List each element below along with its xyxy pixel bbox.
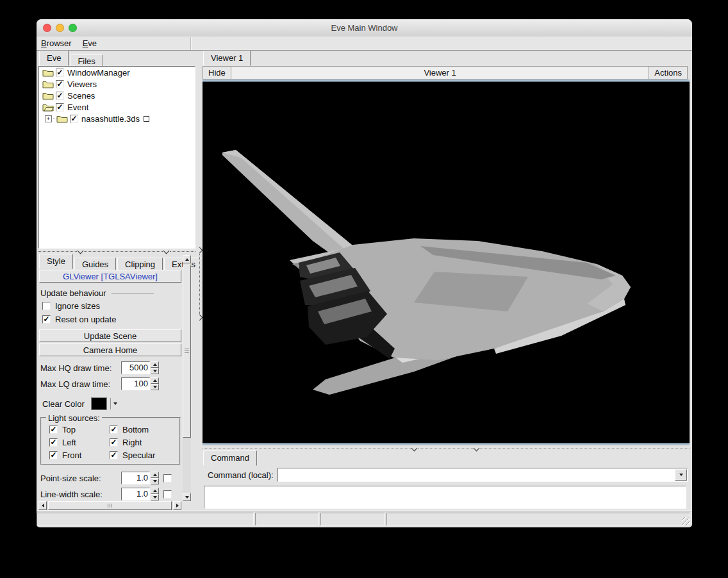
scrollbar-thumb[interactable] bbox=[48, 501, 172, 510]
clear-color-swatch[interactable] bbox=[91, 397, 107, 410]
spinner-arrows bbox=[151, 488, 159, 500]
tree-item-label: Scenes bbox=[67, 91, 95, 101]
chevron-down-icon bbox=[163, 247, 170, 254]
checkbox[interactable]: ✓ bbox=[70, 115, 78, 123]
spin-up-icon[interactable] bbox=[151, 361, 159, 368]
spin-down-icon[interactable] bbox=[151, 494, 159, 500]
style-panel-horizontal-scrollbar[interactable] bbox=[38, 501, 181, 510]
folder-icon bbox=[42, 92, 54, 100]
menu-eve[interactable]: Eve bbox=[78, 37, 103, 51]
spinner-value[interactable]: 1.0 bbox=[121, 488, 150, 500]
expand-plus-icon[interactable]: + bbox=[45, 115, 52, 122]
light-left[interactable]: ✓Left bbox=[49, 438, 110, 447]
style-tab-strip: StyleGuidesClippingExtras bbox=[39, 255, 204, 269]
chevron-right-icon bbox=[197, 247, 203, 254]
tree-item-scenes[interactable]: ✓Scenes bbox=[39, 90, 195, 101]
light-bottom[interactable]: ✓Bottom bbox=[110, 425, 177, 434]
spinner-value[interactable]: 5000 bbox=[121, 361, 150, 374]
checkbox[interactable] bbox=[163, 490, 172, 499]
scroll-right-icon[interactable] bbox=[173, 501, 181, 510]
viewport-bottom-frame bbox=[203, 443, 690, 445]
tab-viewer-1[interactable]: Viewer 1 bbox=[203, 51, 251, 66]
checkbox-label: Front bbox=[62, 450, 81, 460]
tree-item-label: Viewers bbox=[67, 79, 97, 89]
checkbox[interactable]: ✓ bbox=[56, 69, 64, 77]
spin-up-icon[interactable] bbox=[151, 377, 159, 384]
status-segment bbox=[37, 513, 254, 525]
style-panel: GLViewer [TGLSAViewer] Update behaviour … bbox=[38, 269, 182, 501]
spinner-value[interactable]: 100 bbox=[121, 377, 150, 390]
light-front[interactable]: ✓Front bbox=[49, 450, 110, 460]
scroll-down-icon[interactable] bbox=[183, 493, 191, 501]
window-title: Eve Main Window bbox=[37, 19, 692, 37]
update-behaviour-label: Update behaviour bbox=[40, 288, 106, 298]
viewer-title: Viewer 1 bbox=[231, 67, 649, 79]
hide-button[interactable]: Hide bbox=[203, 67, 231, 79]
spin-up-icon[interactable] bbox=[151, 488, 159, 494]
checkbox[interactable]: ✓ bbox=[110, 438, 118, 447]
command-input[interactable] bbox=[279, 469, 675, 481]
checkbox[interactable]: ✓ bbox=[56, 80, 64, 88]
tab-style[interactable]: Style bbox=[39, 254, 73, 269]
title-bar[interactable]: Eve Main Window bbox=[37, 19, 692, 37]
update-behaviour-section: Update behaviour bbox=[40, 288, 181, 298]
spin-down-icon[interactable] bbox=[151, 384, 159, 390]
checkbox[interactable]: ✓ bbox=[110, 425, 118, 434]
tree-item-label: nasashuttle.3ds bbox=[81, 114, 140, 124]
tree-item-event[interactable]: ✓Event bbox=[39, 101, 195, 113]
light-right[interactable]: ✓Right bbox=[110, 438, 177, 447]
tree-item-viewers[interactable]: ✓Viewers bbox=[39, 78, 195, 90]
style-panel-vertical-scrollbar[interactable] bbox=[183, 255, 191, 501]
scrollbar-thumb[interactable] bbox=[183, 265, 191, 438]
checkbox[interactable] bbox=[163, 474, 172, 483]
clear-color-dropdown-icon[interactable] bbox=[113, 402, 117, 405]
horizontal-splitter[interactable] bbox=[203, 446, 690, 452]
eve-main-window: Eve Main Window BrowserEve EveFiles ✓Win… bbox=[37, 19, 692, 527]
checkbox[interactable]: ✓ bbox=[56, 103, 64, 111]
camera-home-button[interactable]: Camera Home bbox=[39, 343, 181, 356]
scroll-left-icon[interactable] bbox=[38, 501, 47, 510]
tab-eve[interactable]: Eve bbox=[39, 51, 69, 66]
light-top[interactable]: ✓Top bbox=[49, 425, 110, 434]
chevron-down-icon bbox=[411, 445, 418, 451]
checkbox[interactable]: ✓ bbox=[49, 425, 58, 434]
light-specular[interactable]: ✓Specular bbox=[110, 450, 177, 460]
checkbox-label: Specular bbox=[122, 450, 155, 460]
spinner-value[interactable]: 1.0 bbox=[121, 472, 150, 484]
glviewer-button[interactable]: GLViewer [TGLSAViewer] bbox=[39, 270, 181, 283]
checkbox[interactable]: ✓ bbox=[49, 451, 58, 459]
spin-down-icon[interactable] bbox=[151, 368, 159, 374]
spin-down-icon[interactable] bbox=[151, 478, 159, 484]
menubar-divider bbox=[190, 37, 192, 50]
folder-icon bbox=[56, 115, 68, 123]
tree-item-windowmanager[interactable]: ✓WindowManager bbox=[39, 67, 195, 78]
update-scene-button[interactable]: Update Scene bbox=[39, 329, 181, 342]
spinner-max-hq-draw-time-: Max HQ draw time:5000 bbox=[40, 361, 181, 375]
light-sources-title: Light sources: bbox=[46, 413, 102, 423]
checkbox[interactable]: ✓ bbox=[110, 451, 118, 459]
command-dropdown-button[interactable] bbox=[675, 469, 687, 481]
checkbox[interactable]: ✓ bbox=[56, 92, 64, 100]
menu-browser[interactable]: Browser bbox=[37, 37, 78, 51]
spinner-label: Max HQ draw time: bbox=[40, 363, 121, 373]
checkbox[interactable] bbox=[42, 302, 51, 310]
spin-up-icon[interactable] bbox=[151, 472, 159, 478]
tree-item-label: Event bbox=[67, 103, 88, 112]
gl-viewport[interactable] bbox=[203, 79, 690, 445]
open-folder-icon bbox=[42, 103, 54, 111]
chevron-down-icon bbox=[474, 445, 480, 451]
resize-grip-icon[interactable] bbox=[682, 517, 690, 525]
actions-button[interactable]: Actions bbox=[649, 67, 687, 79]
checkbox-row-ignore-sizes[interactable]: Ignore sizes bbox=[42, 300, 182, 311]
checkbox[interactable]: ✓ bbox=[49, 438, 58, 447]
scroll-up-icon[interactable] bbox=[183, 255, 191, 263]
status-segment bbox=[255, 513, 318, 525]
command-combobox[interactable] bbox=[277, 468, 688, 482]
command-output[interactable] bbox=[204, 486, 686, 509]
vertical-splitter[interactable] bbox=[197, 247, 203, 321]
tree-item-nasashuttle-3ds[interactable]: +✓nasashuttle.3ds bbox=[39, 113, 195, 124]
tab-command[interactable]: Command bbox=[203, 450, 257, 466]
checkbox-row-reset-on-update[interactable]: ✓Reset on update bbox=[42, 313, 182, 325]
spinner-point-size-scale-: Point-size scale:1.0 bbox=[40, 471, 181, 485]
checkbox[interactable]: ✓ bbox=[42, 315, 51, 324]
